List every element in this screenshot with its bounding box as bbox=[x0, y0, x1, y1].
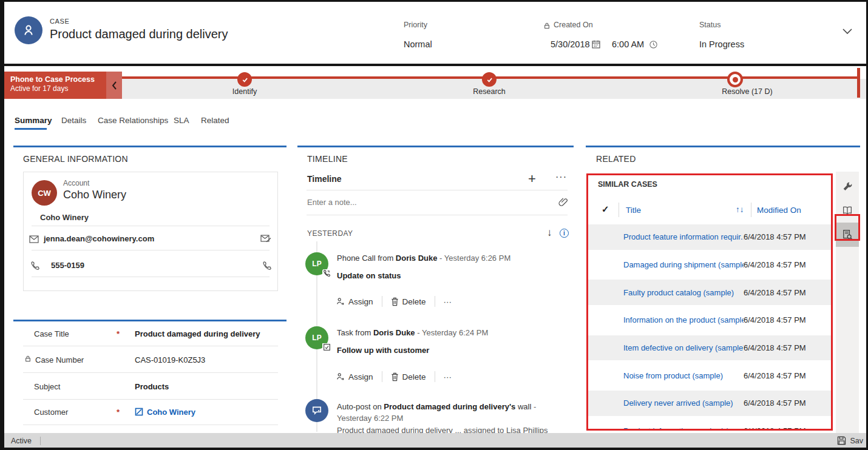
case-link[interactable]: Faulty product catalog (sample) bbox=[623, 288, 744, 297]
activity-author: Doris Duke bbox=[396, 254, 438, 263]
case-link[interactable]: Item defective on delivery (sample) bbox=[623, 343, 744, 352]
similar-case-row[interactable]: Product feature information requir...6/4… bbox=[588, 224, 831, 252]
process-collapse-chevron-left-icon[interactable] bbox=[106, 72, 122, 99]
case-avatar bbox=[15, 16, 42, 44]
contact-name[interactable]: Coho Winery bbox=[40, 213, 89, 222]
delete-label: Delete bbox=[402, 297, 426, 306]
assign-button[interactable]: Assign bbox=[336, 297, 373, 306]
similar-cases-list: Product feature information requir...6/4… bbox=[588, 224, 831, 431]
clock-icon[interactable] bbox=[649, 40, 658, 49]
priority-value[interactable]: Normal bbox=[404, 39, 432, 49]
stage-identify-label[interactable]: Identify bbox=[208, 87, 281, 96]
column-header-modified-on[interactable]: Modified On bbox=[757, 206, 801, 215]
knowledge-base-book-icon[interactable] bbox=[836, 198, 859, 223]
tab-related[interactable]: Related bbox=[201, 116, 229, 125]
avatar-initials: LP bbox=[312, 260, 321, 268]
activity-subject[interactable]: Update on status bbox=[337, 271, 401, 280]
timeline-panel-title: Timeline bbox=[307, 174, 342, 184]
similar-case-row[interactable]: Product information required (sam6/4/201… bbox=[588, 418, 831, 431]
assign-label: Assign bbox=[348, 372, 373, 381]
status-value[interactable]: In Progress bbox=[699, 39, 744, 49]
case-link[interactable]: Information on the product (sample) bbox=[623, 315, 744, 324]
case-link[interactable]: Noise from product (sample) bbox=[623, 371, 744, 380]
general-section-title: GENERAL INFORMATION bbox=[23, 154, 128, 164]
assign-person-icon bbox=[336, 372, 345, 381]
send-email-icon[interactable] bbox=[260, 234, 271, 243]
account-card bbox=[23, 172, 278, 291]
activity-title[interactable]: Phone Call from Doris Duke - Yesterday 6… bbox=[337, 254, 561, 263]
delete-button[interactable]: Delete bbox=[391, 297, 426, 306]
created-time-value[interactable]: 6:00 AM bbox=[612, 39, 644, 49]
stage-research-circle[interactable] bbox=[482, 72, 497, 87]
email-value[interactable]: jenna.dean@cohowinery.com bbox=[44, 234, 154, 243]
customer-value-link[interactable]: Coho Winery bbox=[147, 408, 195, 417]
tab-sla[interactable]: SLA bbox=[174, 116, 189, 125]
activity-time: Yesterday 6:24 PM bbox=[422, 328, 488, 337]
divider bbox=[619, 203, 619, 217]
modified-on-value: 6/4/2018 4:57 PM bbox=[744, 426, 824, 431]
process-name: Phone to Case Process bbox=[10, 75, 100, 84]
activity-time: Yesterday 6:22 PM bbox=[337, 414, 403, 423]
case-number-value: CAS-01019-K0Z5J3 bbox=[135, 355, 205, 364]
status-bar: Active Sav bbox=[0, 433, 868, 448]
tab-details[interactable]: Details bbox=[61, 116, 86, 125]
activity-suffix: wall bbox=[518, 402, 531, 411]
add-activity-icon[interactable]: + bbox=[528, 171, 536, 187]
similar-case-row[interactable]: Noise from product (sample)6/4/2018 4:57… bbox=[588, 363, 831, 391]
save-button[interactable]: Sav bbox=[837, 436, 863, 445]
similar-case-row[interactable]: Damaged during shipment (sample)6/4/2018… bbox=[588, 252, 831, 280]
activity-title[interactable]: Auto-post on Product damaged during deli… bbox=[337, 401, 560, 424]
quick-actions-wrench-icon[interactable] bbox=[836, 174, 859, 198]
process-scroll-indicator[interactable] bbox=[857, 68, 860, 98]
similar-case-row[interactable]: Delivery never arrived (sample)6/4/2018 … bbox=[588, 391, 831, 418]
activity-more-icon[interactable]: ··· bbox=[444, 372, 452, 381]
stage-resolve-circle[interactable] bbox=[727, 72, 743, 87]
account-name-link[interactable]: Coho Winery bbox=[63, 189, 126, 201]
case-link[interactable]: Delivery never arrived (sample) bbox=[623, 398, 744, 408]
frame-border-left bbox=[0, 0, 4, 450]
similar-case-row[interactable]: Faulty product catalog (sample)6/4/2018 … bbox=[588, 280, 831, 307]
assign-button[interactable]: Assign bbox=[336, 372, 373, 381]
similar-cases-search-doc-icon[interactable] bbox=[836, 223, 859, 247]
activity-more-icon[interactable]: ··· bbox=[444, 297, 452, 306]
priority-label: Priority bbox=[404, 21, 427, 29]
similar-case-row[interactable]: Item defective on delivery (sample)6/4/2… bbox=[588, 335, 831, 363]
select-all-check-icon[interactable]: ✓ bbox=[602, 204, 609, 215]
case-link[interactable]: Product feature information requir... bbox=[623, 232, 744, 241]
modified-on-value: 6/4/2018 4:57 PM bbox=[744, 232, 824, 241]
sort-icon[interactable]: ↑↓ bbox=[736, 205, 744, 214]
timeline-more-icon[interactable]: ··· bbox=[555, 172, 567, 183]
activity-title[interactable]: Task from Doris Duke - Yesterday 6:24 PM bbox=[337, 328, 561, 337]
divider bbox=[382, 296, 382, 307]
header-collapse-chevron-down-icon[interactable] bbox=[841, 27, 853, 36]
note-input[interactable] bbox=[307, 198, 507, 207]
created-on-label: Created On bbox=[554, 21, 593, 29]
frame-border-top bbox=[0, 0, 868, 2]
stage-resolve-label[interactable]: Resolve (17 D) bbox=[699, 87, 796, 96]
activity-actions: Assign Delete ··· bbox=[336, 371, 452, 382]
phone-value[interactable]: 555-0159 bbox=[51, 261, 84, 270]
case-link[interactable]: Product information required (sam bbox=[623, 426, 744, 431]
subject-value[interactable]: Products bbox=[135, 382, 169, 391]
stage-identify-circle[interactable] bbox=[237, 72, 252, 87]
tab-case-relationships[interactable]: Case Relationships bbox=[98, 116, 168, 125]
calendar-icon[interactable] bbox=[591, 39, 601, 49]
case-title-value[interactable]: Product damaged during delivery bbox=[135, 329, 260, 338]
call-phone-icon[interactable] bbox=[262, 261, 272, 270]
delete-button[interactable]: Delete bbox=[391, 372, 426, 381]
info-icon[interactable]: i bbox=[560, 229, 569, 238]
case-link[interactable]: Damaged during shipment (sample) bbox=[623, 260, 744, 269]
activity-subject[interactable]: Follow up with customer bbox=[337, 346, 429, 355]
divider bbox=[40, 437, 41, 445]
created-date-value[interactable]: 5/30/2018 bbox=[551, 39, 590, 49]
record-status: Active bbox=[11, 437, 32, 445]
tab-summary[interactable]: Summary bbox=[15, 116, 52, 125]
account-avatar[interactable]: CW bbox=[32, 180, 57, 206]
trash-icon bbox=[391, 372, 399, 381]
sort-descending-arrow-icon[interactable]: ↓ bbox=[547, 227, 552, 239]
general-section-accent bbox=[13, 146, 287, 147]
stage-research-label[interactable]: Research bbox=[453, 87, 526, 96]
similar-case-row[interactable]: Information on the product (sample)6/4/2… bbox=[588, 307, 831, 335]
attachment-paperclip-icon[interactable] bbox=[558, 197, 568, 207]
column-header-title[interactable]: Title bbox=[626, 206, 641, 215]
